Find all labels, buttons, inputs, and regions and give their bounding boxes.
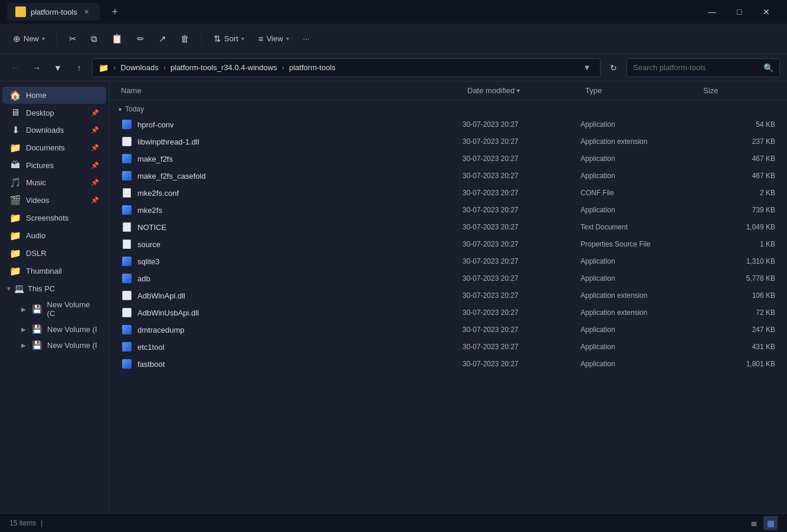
new-tab-button[interactable]: + [107, 4, 123, 20]
file-size: 237 KB [699, 137, 775, 146]
group-label: Today [125, 105, 144, 113]
sidebar-item-desktop[interactable]: 🖥 Desktop 📌 [2, 104, 106, 121]
this-pc-expand-icon: ▾ [7, 285, 11, 293]
table-row[interactable]: source 30-07-2023 20:27 Properties Sourc… [112, 236, 785, 252]
sidebar-volume-New-Volume-(C[interactable]: ▶ 💾 New Volume (C [2, 297, 106, 321]
col-header-type[interactable]: Type [583, 85, 701, 96]
history-dropdown-button[interactable]: ▼ [50, 60, 66, 76]
cut-button[interactable]: ✂ [63, 30, 83, 48]
col-header-size[interactable]: Size [701, 85, 778, 96]
sidebar-item-dslr[interactable]: 📁 DSLR [2, 245, 106, 262]
table-row[interactable]: sqlite3 30-07-2023 20:27 Application 1,3… [112, 253, 785, 270]
table-row[interactable]: etc1tool 30-07-2023 20:27 Application 43… [112, 339, 785, 355]
table-row[interactable]: fastboot 30-07-2023 20:27 Application 1,… [112, 356, 785, 372]
sidebar-item-home[interactable]: 🏠 Home [2, 87, 106, 104]
tab-close-button[interactable]: ✕ [82, 7, 91, 17]
window-close-button[interactable]: ✕ [753, 0, 780, 24]
file-name-text: hprof-conv [137, 120, 173, 129]
expand-icon: ▶ [21, 326, 26, 333]
grid-view-button[interactable]: ▦ [763, 516, 778, 530]
sidebar-item-downloads[interactable]: ⬇ Downloads 📌 [2, 121, 106, 139]
sidebar-label: Pictures [26, 161, 86, 170]
sidebar-label: Downloads [26, 126, 86, 134]
this-pc-section[interactable]: ▾ 💻 This PC [0, 280, 109, 297]
sidebar-item-videos[interactable]: 🎬 Videos 📌 [2, 192, 106, 209]
copy-button[interactable]: ⧉ [85, 30, 103, 48]
group-header-today[interactable]: ▾ Today [109, 100, 787, 116]
file-name-text: libwinpthread-1.dll [137, 137, 199, 146]
table-row[interactable]: hprof-conv 30-07-2023 20:27 Application … [112, 116, 785, 133]
file-name-text: AdbWinUsbApi.dll [137, 308, 199, 317]
col-name-label: Name [121, 86, 142, 95]
back-button[interactable]: ← [7, 60, 24, 76]
table-row[interactable]: adb 30-07-2023 20:27 Application 5,778 K… [112, 270, 785, 287]
more-button[interactable]: ··· [297, 31, 316, 47]
minimize-button[interactable]: — [699, 0, 726, 24]
forward-button[interactable]: → [28, 60, 45, 76]
sidebar-item-documents[interactable]: 📁 Documents 📌 [2, 139, 106, 156]
table-row[interactable]: mke2fs.conf 30-07-2023 20:27 CONF File 2… [112, 185, 785, 201]
sidebar-item-music[interactable]: 🎵 Music 📌 [2, 174, 106, 191]
address-bar[interactable]: 📁 › Downloads › platform-tools_r34.0.4-w… [92, 58, 601, 77]
table-row[interactable]: AdbWinUsbApi.dll 30-07-2023 20:27 Applic… [112, 304, 785, 321]
file-name: fastboot [121, 358, 463, 370]
address-path-folder: platform-tools_r34.0.4-windows [170, 63, 277, 72]
maximize-button[interactable]: □ [726, 0, 753, 24]
table-row[interactable]: dmtracedump 30-07-2023 20:27 Application… [112, 321, 785, 338]
file-size: 54 KB [699, 120, 775, 129]
sidebar-label: Audio [26, 231, 99, 240]
file-name-text: mke2fs.conf [137, 189, 179, 198]
file-icon [121, 324, 133, 336]
rename-button[interactable]: ✏ [131, 30, 150, 48]
sidebar-volume-New-Volume-(I[interactable]: ▶ 💾 New Volume (I [2, 337, 106, 353]
table-row[interactable]: make_f2fs_casefold 30-07-2023 20:27 Appl… [112, 168, 785, 184]
file-list-header: Name Date modified ▾ Type Size [109, 81, 787, 100]
file-name-text: AdbWinApi.dll [137, 291, 185, 300]
search-input[interactable] [633, 63, 760, 72]
file-size: 1,801 KB [699, 360, 775, 368]
view-icon: ≡ [258, 34, 264, 44]
active-tab[interactable]: platform-tools ✕ [7, 3, 100, 21]
table-row[interactable]: libwinpthread-1.dll 30-07-2023 20:27 App… [112, 133, 785, 150]
sidebar-icon: 📁 [9, 212, 21, 224]
new-button[interactable]: ⊕ New ▾ [7, 30, 51, 48]
paste-icon: 📋 [112, 34, 123, 44]
table-row[interactable]: NOTICE 30-07-2023 20:27 Text Document 1,… [112, 219, 785, 235]
sidebar-item-screenshots[interactable]: 📁 Screenshots [2, 209, 106, 226]
view-dropdown-icon: ▾ [286, 35, 289, 42]
file-name: mke2fs [121, 204, 463, 216]
sidebar-label: Screenshots [26, 214, 99, 222]
paste-button[interactable]: 📋 [106, 30, 129, 48]
volume-label: New Volume (I [47, 325, 97, 334]
sidebar-item-thumbnail[interactable]: 📁 Thumbnail [2, 262, 106, 280]
table-row[interactable]: mke2fs 30-07-2023 20:27 Application 739 … [112, 202, 785, 218]
file-name-text: etc1tool [137, 343, 165, 352]
sidebar-item-audio[interactable]: 📁 Audio [2, 227, 106, 244]
refresh-button[interactable]: ↻ [605, 60, 622, 76]
file-name-text: fastboot [137, 360, 165, 369]
file-name-text: source [137, 240, 160, 249]
sidebar-volume-New-Volume-(I[interactable]: ▶ 💾 New Volume (I [2, 321, 106, 337]
col-header-name[interactable]: Name [119, 85, 465, 96]
file-type: Application [581, 120, 699, 129]
home-icon: 🏠 [9, 90, 21, 101]
expand-icon: ▶ [21, 306, 26, 313]
share-button[interactable]: ↗ [153, 30, 172, 48]
sidebar-label: Desktop [26, 109, 86, 117]
table-row[interactable]: AdbWinApi.dll 30-07-2023 20:27 Applicati… [112, 287, 785, 304]
file-icon [121, 187, 133, 199]
rename-icon: ✏ [137, 34, 145, 44]
file-type: Application [581, 326, 699, 334]
file-icon [121, 358, 133, 370]
table-row[interactable]: make_f2fs 30-07-2023 20:27 Application 4… [112, 150, 785, 167]
sidebar-item-pictures[interactable]: 🏔 Pictures 📌 [2, 157, 106, 173]
list-view-button[interactable]: ≣ [747, 516, 761, 530]
sort-button[interactable]: ⇅ Sort ▾ [208, 30, 250, 48]
new-dropdown-icon: ▾ [42, 35, 45, 42]
col-header-date[interactable]: Date modified ▾ [465, 85, 583, 96]
view-button[interactable]: ≡ View ▾ [253, 30, 295, 47]
delete-button[interactable]: 🗑 [175, 30, 195, 47]
address-dropdown-button[interactable]: ▼ [580, 61, 594, 75]
pin-icon: 📌 [91, 179, 99, 186]
up-button[interactable]: ↑ [71, 60, 87, 76]
